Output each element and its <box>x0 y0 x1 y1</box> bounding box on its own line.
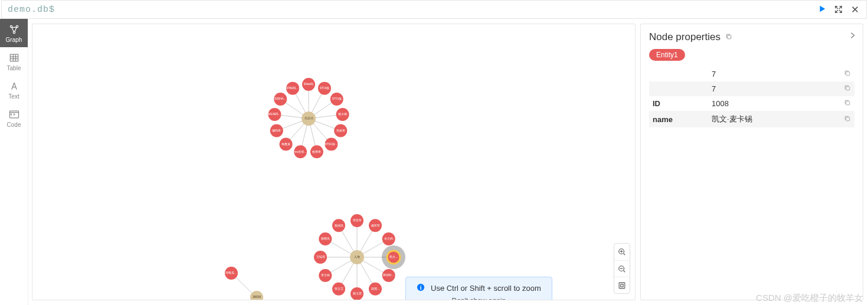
svg-point-26 <box>336 108 349 121</box>
svg-point-81 <box>319 232 332 245</box>
tab-text[interactable]: Text <box>0 76 28 104</box>
svg-point-60 <box>351 214 363 227</box>
zoom-in-button[interactable] <box>614 244 630 260</box>
property-value: 7 <box>708 67 840 81</box>
svg-point-32 <box>310 145 323 158</box>
tab-text-label: Text <box>8 93 19 100</box>
svg-point-58 <box>350 250 364 264</box>
copy-icon[interactable] <box>840 81 854 96</box>
zoom-fit-button[interactable] <box>614 277 630 293</box>
tab-table-label: Table <box>7 65 21 71</box>
tooltip-message: Use Ctrl or Shift + scroll to zoom <box>431 284 541 293</box>
svg-rect-100 <box>846 117 850 120</box>
info-icon: i <box>417 283 425 293</box>
svg-point-18 <box>302 111 316 126</box>
svg-point-64 <box>382 232 395 245</box>
svg-point-62 <box>369 219 382 232</box>
property-value: 凯文·麦卡锡 <box>708 111 840 127</box>
svg-point-77 <box>319 269 332 282</box>
tab-graph[interactable]: Graph <box>0 19 28 47</box>
svg-point-44 <box>286 82 299 95</box>
zoom-controls <box>614 243 630 294</box>
property-row: 7 <box>649 81 854 96</box>
svg-point-24 <box>330 93 343 106</box>
top-controls <box>811 5 866 15</box>
properties-title: Node properties <box>649 31 854 43</box>
property-value: 1008 <box>708 96 840 111</box>
chevron-right-icon[interactable] <box>849 30 857 42</box>
svg-point-69 <box>382 269 395 282</box>
svg-point-20 <box>302 78 315 91</box>
close-icon[interactable] <box>851 5 859 14</box>
properties-panel: Node properties Entity1 77ID1008name凯文·麦… <box>640 24 863 300</box>
copy-icon[interactable] <box>840 96 854 111</box>
query-input[interactable]: demo.db$ <box>2 5 811 15</box>
property-key: ID <box>649 96 708 111</box>
copy-icon[interactable] <box>840 111 854 127</box>
properties-table: 77ID1008name凯文·麦卡锡 <box>649 67 854 127</box>
tab-graph-label: Graph <box>6 37 22 43</box>
svg-point-86 <box>225 267 238 280</box>
tab-code-label: Code <box>7 122 21 128</box>
fullscreen-icon[interactable] <box>834 5 843 14</box>
tab-code[interactable]: Code <box>0 104 28 132</box>
svg-point-36 <box>280 137 293 150</box>
svg-rect-99 <box>846 101 850 105</box>
svg-point-79 <box>314 251 327 264</box>
svg-point-40 <box>268 108 281 121</box>
property-value: 7 <box>708 81 840 96</box>
run-icon[interactable] <box>818 5 826 15</box>
property-key <box>649 81 708 96</box>
svg-point-22 <box>318 82 331 95</box>
property-key <box>649 67 708 81</box>
svg-point-34 <box>294 145 307 158</box>
property-key: name <box>649 111 708 127</box>
svg-point-83 <box>332 219 345 232</box>
query-bar: demo.db$ <box>1 0 867 19</box>
svg-point-38 <box>270 124 283 137</box>
svg-rect-96 <box>728 35 731 38</box>
svg-rect-95 <box>621 284 623 286</box>
svg-rect-94 <box>619 283 625 288</box>
tab-table[interactable]: Table <box>0 47 28 76</box>
svg-point-73 <box>351 287 363 300</box>
svg-point-67 <box>387 251 400 264</box>
svg-rect-97 <box>846 72 850 76</box>
svg-point-75 <box>332 283 345 296</box>
svg-point-88 <box>250 291 263 300</box>
svg-rect-98 <box>846 87 850 90</box>
svg-text:i: i <box>420 284 422 291</box>
graph-canvas[interactable]: 信息论Elias码STOI值STOI值最大熵失效率NTSC标…检测率ms压缩…堆… <box>32 24 636 300</box>
entity-badge[interactable]: Entity1 <box>649 49 685 61</box>
zoom-hint-tooltip: i Use Ctrl or Shift + scroll to zoom Don… <box>405 277 552 300</box>
property-row: ID1008 <box>649 96 854 111</box>
copy-icon[interactable] <box>725 33 732 42</box>
view-tabs: Graph Table Text Code <box>0 19 28 305</box>
property-row: name凯文·麦卡锡 <box>649 111 854 127</box>
svg-point-71 <box>369 283 382 296</box>
tooltip-dismiss-link[interactable]: Don't show again <box>452 297 506 300</box>
copy-icon[interactable] <box>840 67 854 81</box>
svg-rect-3 <box>10 54 18 61</box>
svg-point-42 <box>274 93 287 106</box>
svg-point-30 <box>325 137 338 150</box>
zoom-out-button[interactable] <box>614 260 630 277</box>
svg-point-28 <box>334 124 347 137</box>
property-row: 7 <box>649 67 854 81</box>
